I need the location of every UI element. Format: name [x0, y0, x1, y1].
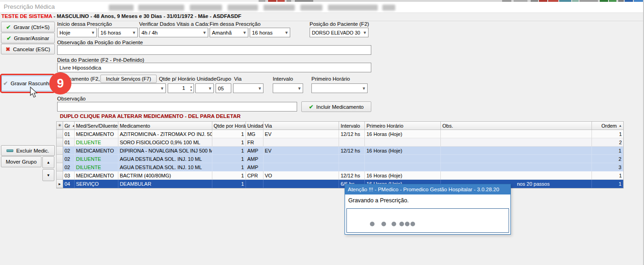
- cancel-button-label: Cancelar (ESC): [13, 47, 50, 52]
- cell-med: AZITROMICINA - ZITROMAX PO INJ. 500 MG: [118, 130, 212, 138]
- start-time-combobox[interactable]: 16 horas ▼: [98, 28, 138, 37]
- group-input[interactable]: 05: [216, 83, 231, 93]
- annotation-step-badge: 9: [49, 72, 71, 94]
- unit-combobox[interactable]: ▼: [195, 83, 214, 93]
- window-titlebar[interactable]: Prescrição Médica: [0, 2, 644, 13]
- cell-tipo: MEDICAMENTO: [75, 171, 118, 180]
- interval-combobox[interactable]: ▼: [273, 83, 303, 93]
- cell-via: EV: [263, 147, 340, 155]
- cell-qtde: 1: [212, 138, 246, 147]
- cell-primeiro: [365, 138, 441, 147]
- cell-tipo: MEDICAMENTO: [75, 147, 118, 155]
- cell-primeiro: 16 Horas (Hoje): [365, 171, 441, 180]
- check-icon: ✔: [6, 24, 11, 30]
- cell-qtde: 1: [212, 163, 246, 171]
- cell-qtde: 1: [212, 171, 246, 180]
- spin-up-icon[interactable]: ▲: [190, 85, 193, 88]
- move-group-button[interactable]: Mover Grupo: [1, 156, 41, 167]
- redacted-title-segment: [382, 5, 395, 11]
- table-row[interactable]: 01MEDICAMENTOAZITROMICINA - ZITROMAX PO …: [57, 130, 623, 138]
- row-marker[interactable]: [57, 130, 63, 138]
- first-time-label: Primeiro Horário: [311, 76, 350, 82]
- cell-gr: 01: [63, 130, 75, 138]
- medication-combobox[interactable]: ▼: [57, 83, 166, 93]
- include-medication-button[interactable]: ✔ Incluir Medicamento: [301, 101, 371, 112]
- route-combobox[interactable]: ▼: [233, 83, 263, 93]
- end-time-combobox[interactable]: 16 horas ▼: [250, 28, 290, 37]
- col-header-qtde[interactable]: Qtde por Horário: [212, 122, 246, 130]
- delete-medication-button[interactable]: Excluir Medic.: [1, 145, 55, 156]
- move-group-down-button[interactable]: ▼: [42, 169, 54, 181]
- check-icon: ✔: [6, 35, 11, 41]
- saving-dialog: Atenção !!! - PMedico - Promedico Gestão…: [345, 184, 511, 235]
- col-header-ordem[interactable]: Ordem▲: [592, 122, 623, 130]
- row-marker[interactable]: [57, 171, 63, 180]
- table-row[interactable]: 01DILUENTESORO FISIOLOGICO 0,9% 100 ML1F…: [57, 138, 623, 147]
- move-group-up-button[interactable]: ▲: [42, 156, 54, 168]
- position-observation-input[interactable]: [57, 45, 371, 55]
- vitals-interval-combobox[interactable]: 4h / 4h ▼: [139, 28, 208, 37]
- cell-ordem: 1: [592, 180, 623, 188]
- redacted-title-segment: [328, 5, 378, 11]
- save-button[interactable]: ✔ Gravar (Ctrl+S): [1, 22, 55, 32]
- row-marker[interactable]: [57, 147, 63, 155]
- start-day-combobox[interactable]: Hoje ▼: [57, 28, 97, 37]
- table-row[interactable]: 02DILUENTEAGUA DESTILADA SOL. INJ. 10 ML…: [57, 155, 623, 163]
- cancel-button[interactable]: ✖ Cancelar (ESC): [1, 44, 55, 54]
- dialog-titlebar[interactable]: Atenção !!! - PMedico - Promedico Gestão…: [345, 184, 510, 194]
- include-services-button[interactable]: Incluir Serviços (F7): [100, 75, 157, 83]
- cell-ordem: 2: [592, 155, 623, 163]
- patient-position-value: DORSO ELEVADO 30 G: [310, 30, 362, 35]
- chevron-down-icon: ▼: [131, 30, 137, 35]
- route-label: Via: [234, 76, 241, 82]
- selected-row-pointer-icon[interactable]: ▸: [57, 180, 63, 188]
- cell-unidade: FR: [246, 138, 263, 147]
- window-title: Prescrição Médica: [4, 3, 55, 10]
- observation-input[interactable]: [57, 102, 297, 112]
- col-header-intervalo[interactable]: Intervalo: [339, 122, 365, 130]
- table-row[interactable]: 02DILUENTEAGUA DESTILADA SOL. INJ. 10 ML…: [57, 163, 623, 171]
- col-header-gr[interactable]: Gr▲: [63, 122, 75, 130]
- col-header-medicamento[interactable]: Medicamento: [118, 122, 212, 130]
- progress-dot: [381, 222, 386, 226]
- chevron-down-icon: ▼: [201, 30, 208, 35]
- cell-via: [263, 138, 340, 147]
- first-time-combobox[interactable]: ▼: [311, 83, 368, 93]
- row-marker[interactable]: [57, 155, 63, 163]
- cell-ordem: 1: [592, 171, 623, 180]
- save-button-label: Gravar (Ctrl+S): [13, 24, 49, 30]
- redacted-title-segment: [300, 5, 322, 11]
- table-row[interactable]: ▸04SERVIÇODEAMBULAR16/6 hs16 Horas (Hoje…: [57, 180, 623, 188]
- col-header-obs[interactable]: Obs.: [441, 122, 592, 130]
- progress-marquee: [346, 208, 509, 233]
- diet-input[interactable]: Livre Hipossódica: [57, 63, 371, 72]
- chevron-down-icon: ▼: [296, 86, 303, 91]
- patient-name: TESTE DE SISTEMA: [1, 13, 52, 19]
- row-marker[interactable]: [57, 163, 63, 171]
- col-header-via[interactable]: Via: [263, 122, 340, 130]
- redacted-title-segment: [228, 5, 258, 11]
- cell-qtde: 1: [212, 180, 246, 188]
- marker-column-header[interactable]: ✳: [57, 122, 63, 130]
- table-row[interactable]: 02MEDICAMENTODIPIRONA - NOVALGINA SOL IN…: [57, 147, 623, 155]
- chevron-down-icon: ▼: [90, 30, 96, 35]
- spin-down-icon[interactable]: ▼: [190, 89, 193, 92]
- col-header-primeiro-horario[interactable]: Primeiro Horário: [365, 122, 441, 130]
- cell-med: AGUA DESTILADA SOL. INJ. 10 ML: [118, 155, 212, 163]
- save-sign-button[interactable]: ✔ Gravar/Assinar: [1, 33, 55, 43]
- col-header-unidade[interactable]: Unidade: [246, 122, 263, 130]
- end-day-combobox[interactable]: Amanhã ▼: [210, 28, 248, 37]
- table-row[interactable]: 03MEDICAMENTOBACTRIM (400/80MG)1CPRVO12/…: [57, 171, 623, 180]
- cell-primeiro: [365, 155, 441, 163]
- progress-dot: [399, 222, 404, 226]
- patient-position-combobox[interactable]: DORSO ELEVADO 30 G ▼: [310, 28, 369, 37]
- cell-med: DIPIRONA - NOVALGINA SOL INJ 500 MG/ML 2: [118, 147, 212, 155]
- qty-per-time-stepper[interactable]: 1 ▲ ▼: [168, 83, 194, 93]
- row-marker[interactable]: [57, 138, 63, 147]
- vitals-check-label: Verificar Dados Vitais a Cada:: [139, 21, 210, 27]
- cell-obs: [441, 163, 592, 171]
- col-header-tipo[interactable]: Med/Serv/Diluente: [75, 122, 118, 130]
- cell-intervalo: [339, 138, 365, 147]
- cell-ordem: 3: [592, 163, 623, 171]
- patient-details: - MASCULINO - 48 Anos, 9 Meses e 30 Dias…: [52, 13, 241, 19]
